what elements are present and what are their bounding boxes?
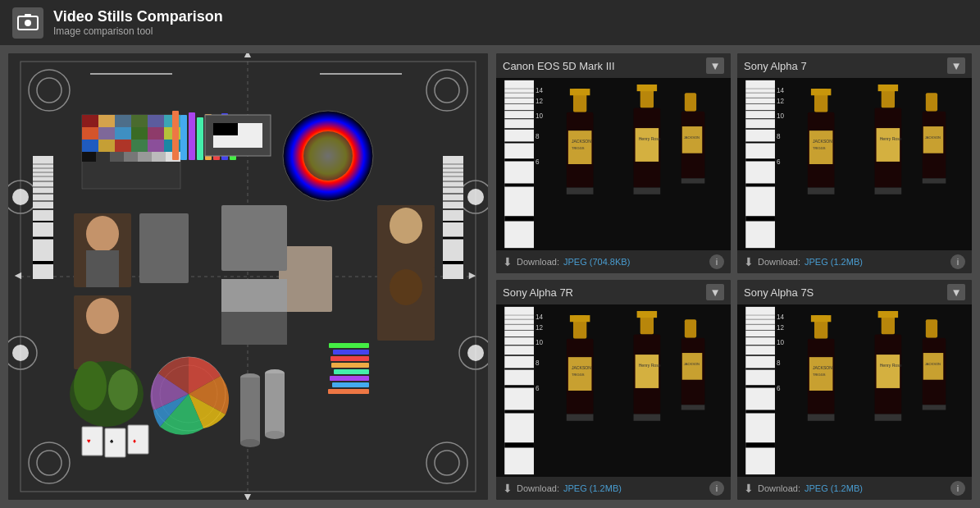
svg-rect-42: [148, 140, 164, 152]
svg-rect-55: [189, 112, 195, 160]
svg-rect-94: [330, 356, 369, 361]
svg-rect-40: [115, 140, 131, 152]
svg-rect-83: [82, 427, 103, 455]
svg-rect-54: [180, 115, 187, 160]
svg-text:◄: ◄: [12, 268, 24, 281]
svg-rect-49: [152, 152, 166, 162]
svg-rect-229: [567, 414, 594, 421]
camera-image-svg-cam4: 14 12 10 8 6 JACKSON TRIGGS: [737, 304, 972, 477]
svg-rect-92: [334, 369, 369, 374]
svg-text:12: 12: [536, 98, 544, 105]
svg-text:JACKSON: JACKSON: [925, 135, 941, 140]
svg-text:TRIGGS: TRIGGS: [813, 373, 826, 377]
camera-panel-cam2: Sony Alpha 7 ▼: [737, 53, 972, 273]
svg-rect-242: [745, 307, 775, 474]
camera-dropdown-cam2[interactable]: ▼: [947, 57, 965, 74]
svg-rect-32: [82, 127, 98, 140]
camera-dropdown-cam4[interactable]: ▼: [947, 284, 965, 300]
svg-rect-47: [124, 152, 138, 162]
camera-footer-cam2: ⬇ Download: JPEG (1.2MB) i: [737, 250, 972, 273]
svg-point-79: [74, 361, 107, 410]
svg-rect-233: [636, 355, 659, 388]
svg-rect-193: [808, 188, 835, 195]
svg-rect-170: [745, 80, 775, 248]
svg-rect-204: [923, 178, 946, 183]
svg-rect-89: [328, 389, 369, 394]
svg-text:10: 10: [536, 339, 544, 346]
svg-rect-26: [82, 115, 98, 127]
svg-rect-134: [504, 80, 534, 248]
svg-rect-45: [96, 152, 110, 162]
svg-text:JACKSON: JACKSON: [925, 362, 941, 366]
svg-text:6: 6: [777, 385, 781, 392]
svg-text:JACKSON: JACKSON: [684, 135, 700, 140]
svg-text:TRIGGS: TRIGGS: [813, 146, 826, 150]
svg-text:10: 10: [777, 339, 785, 346]
svg-rect-85: [128, 425, 148, 454]
info-button-cam3[interactable]: i: [709, 481, 724, 496]
svg-point-128: [265, 431, 285, 439]
svg-rect-73: [221, 279, 287, 312]
svg-rect-200: [926, 93, 937, 111]
svg-point-18: [12, 345, 29, 361]
svg-text:14: 14: [777, 87, 785, 94]
info-button-cam2[interactable]: i: [950, 254, 965, 269]
download-link-cam1[interactable]: JPEG (704.8KB): [563, 257, 630, 267]
svg-rect-30: [148, 115, 164, 127]
info-button-cam1[interactable]: i: [709, 254, 724, 269]
svg-rect-240: [681, 405, 705, 410]
svg-rect-231: [637, 311, 658, 318]
camera-name-cam1: Canon EOS 5D Mark III: [503, 60, 615, 72]
svg-rect-168: [681, 178, 705, 183]
svg-text:8: 8: [536, 359, 540, 367]
camera-image-svg-cam3: 14 12 10 8 6 JACKSON TRIGGS: [496, 304, 731, 477]
svg-text:Henry Rose: Henry Rose: [880, 136, 902, 141]
camera-header-cam2: Sony Alpha 7 ▼: [737, 53, 972, 78]
svg-text:10: 10: [777, 112, 785, 120]
svg-rect-110: [443, 156, 463, 279]
download-link-cam3[interactable]: JPEG (1.2MB): [563, 483, 622, 493]
svg-rect-272: [926, 319, 937, 337]
svg-text:Henry Rose: Henry Rose: [639, 136, 661, 141]
svg-text:♦: ♦: [133, 437, 136, 445]
svg-text:►: ►: [467, 268, 478, 281]
svg-rect-39: [98, 140, 115, 152]
svg-rect-265: [808, 414, 835, 421]
camera-dropdown-cam1[interactable]: ▼: [706, 57, 724, 74]
camera-footer-cam3: ⬇ Download: JPEG (1.2MB) i: [496, 477, 731, 500]
svg-point-22: [467, 345, 484, 361]
camera-footer-cam1: ⬇ Download: JPEG (704.8KB) i: [496, 250, 731, 273]
test-chart-background: ♥ ♠ ♦: [8, 53, 488, 500]
camera-dropdown-cam3[interactable]: ▼: [706, 284, 724, 300]
svg-point-1: [25, 20, 31, 26]
svg-rect-267: [878, 311, 899, 318]
svg-rect-35: [131, 127, 148, 140]
svg-point-80: [108, 369, 138, 410]
svg-text:♥: ♥: [87, 437, 91, 445]
info-button-cam4[interactable]: i: [950, 481, 965, 496]
svg-text:JACKSON: JACKSON: [572, 365, 591, 370]
app-subtitle: Image comparison tool: [53, 25, 223, 37]
svg-rect-28: [115, 115, 131, 127]
camera-header-cam4: Sony Alpha 7S ▼: [737, 280, 972, 304]
download-link-cam4[interactable]: JPEG (1.2MB): [805, 483, 863, 493]
camera-image-cam1: 14 12 10 8 6 JACKSON TRIGGS: [496, 78, 731, 250]
svg-text:JACKSON: JACKSON: [813, 139, 832, 144]
download-info-cam4: ⬇ Download: JPEG (1.2MB): [744, 482, 863, 495]
download-info-cam2: ⬇ Download: JPEG (1.2MB): [744, 255, 863, 268]
download-link-cam2[interactable]: JPEG (1.2MB): [805, 257, 863, 267]
svg-text:12: 12: [777, 98, 785, 105]
svg-point-125: [240, 439, 260, 447]
svg-text:JACKSON: JACKSON: [684, 362, 700, 366]
svg-rect-127: [265, 373, 285, 435]
svg-text:6: 6: [777, 158, 781, 166]
svg-rect-199: [875, 188, 902, 195]
download-label-cam4: Download:: [758, 483, 800, 493]
svg-rect-271: [875, 414, 902, 421]
svg-point-20: [467, 189, 484, 205]
svg-rect-36: [148, 127, 164, 140]
svg-rect-44: [82, 152, 96, 162]
svg-rect-269: [877, 355, 900, 388]
svg-text:TRIGGS: TRIGGS: [572, 146, 585, 150]
svg-text:8: 8: [536, 133, 540, 140]
